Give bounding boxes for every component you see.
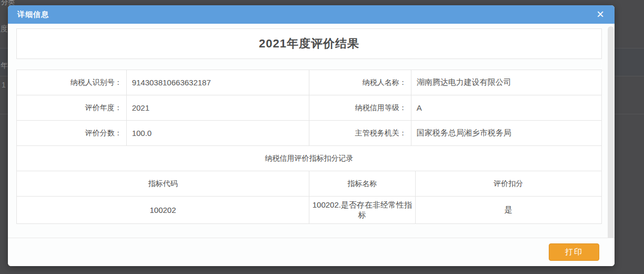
- eval-year-label: 评价年度：: [17, 95, 127, 120]
- table-row: 评价分数： 100.0 主管税务机关： 国家税务总局湘乡市税务局: [17, 121, 601, 146]
- background-text-fragment: 年度: [1, 61, 8, 70]
- indicator-code-value: 100202: [17, 197, 309, 223]
- credit-grade-label: 纳税信用等级：: [309, 95, 411, 120]
- eval-score-value: 100.0: [127, 121, 309, 145]
- deduction-data-row: 100202 100202.是否存在非经常性指标 是: [17, 197, 601, 224]
- indicator-name-header: 指标名称: [309, 171, 416, 196]
- deduction-section-title: 纳税信用评价指标扣分记录: [17, 146, 601, 171]
- result-title: 2021年度评价结果: [259, 36, 359, 52]
- print-button[interactable]: 打印: [549, 243, 599, 261]
- section-header-row: 纳税信用评价指标扣分记录: [17, 146, 601, 171]
- background-text-fragment: 1: [2, 81, 6, 89]
- deduction-points-value: 是: [416, 197, 601, 223]
- indicator-code-header: 指标代码: [17, 171, 309, 196]
- modal-footer: 打印: [8, 238, 615, 266]
- taxpayer-id-label: 纳税人识别号：: [17, 70, 127, 95]
- deduction-points-header: 评价扣分: [416, 171, 601, 196]
- detail-modal: 详细信息 × 2021年度评价结果 纳税人识别号： 91430381066363…: [8, 5, 615, 266]
- taxpayer-id-value: 914303810663632187: [127, 70, 309, 95]
- evaluation-table: 纳税人识别号： 914303810663632187 纳税人名称： 湖南腾达电力…: [16, 70, 602, 224]
- taxpayer-name-value: 湖南腾达电力建设有限公司: [411, 70, 601, 95]
- eval-score-label: 评价分数：: [17, 121, 127, 145]
- tax-authority-label: 主管税务机关：: [309, 121, 411, 145]
- deduction-header-row: 指标代码 指标名称 评价扣分: [17, 171, 601, 197]
- modal-header: 详细信息 ×: [8, 5, 615, 24]
- credit-grade-value: A: [411, 95, 601, 120]
- result-title-box: 2021年度评价结果: [16, 28, 602, 59]
- taxpayer-name-label: 纳税人名称：: [309, 70, 411, 95]
- scrollbar[interactable]: [608, 26, 614, 240]
- close-icon[interactable]: ×: [592, 5, 608, 24]
- table-row: 纳税人识别号： 914303810663632187 纳税人名称： 湖南腾达电力…: [17, 70, 601, 95]
- background-text-fragment: 度: [1, 24, 8, 33]
- modal-title: 详细信息: [8, 10, 49, 19]
- indicator-name-value: 100202.是否存在非经常性指标: [309, 197, 416, 223]
- tax-authority-value: 国家税务总局湘乡市税务局: [411, 121, 601, 145]
- table-row: 评价年度： 2021 纳税信用等级： A: [17, 95, 601, 121]
- eval-year-value: 2021: [127, 95, 309, 120]
